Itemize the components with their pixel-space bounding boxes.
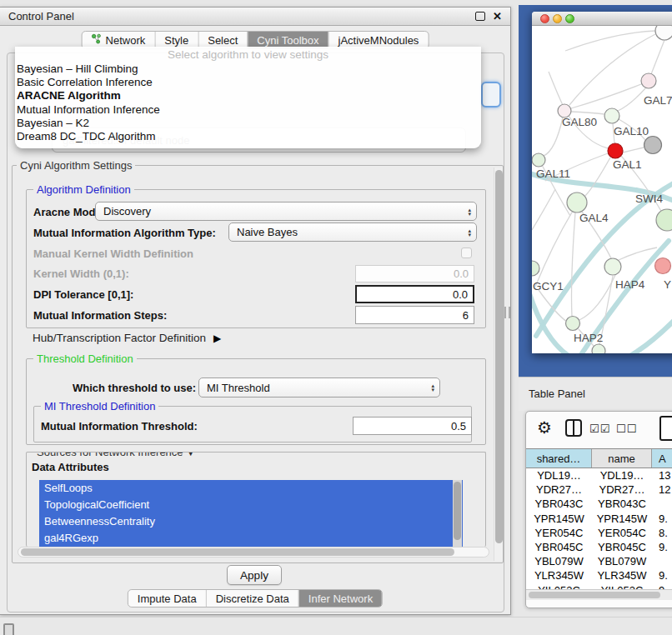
tab-jactivemnodules[interactable]: jActiveMNodules bbox=[328, 32, 429, 48]
list-scrollbar[interactable] bbox=[453, 480, 462, 547]
table-hscrollbar[interactable] bbox=[526, 589, 672, 600]
tab-select[interactable]: Select bbox=[198, 32, 247, 48]
algorithm-option[interactable]: Bayesian – Hill Climbing bbox=[15, 62, 481, 76]
column-header-shared[interactable]: shared… bbox=[526, 449, 592, 468]
split-columns-icon[interactable] bbox=[565, 419, 582, 437]
control-panel-window: Control Panel ✕ Network bbox=[0, 7, 511, 615]
which-threshold-label: Which threshold to use: bbox=[73, 382, 196, 394]
mi-threshold-group: MI Threshold Definition Mutual Informati… bbox=[33, 406, 472, 442]
deselect-all-icon[interactable]: ☐☐ bbox=[616, 422, 637, 435]
algorithm-option[interactable]: Bayesian – K2 bbox=[15, 117, 481, 130]
attribute-item[interactable]: TopologicalCoefficient bbox=[39, 497, 463, 513]
settings-vscrollbar[interactable] bbox=[494, 168, 504, 561]
mi-steps-field[interactable]: 6 bbox=[355, 306, 474, 324]
list-scrollbar-thumb[interactable] bbox=[454, 482, 461, 540]
dock-panel-icon[interactable] bbox=[3, 623, 14, 635]
close-icon[interactable]: ✕ bbox=[493, 11, 502, 22]
mi-type-combo[interactable]: Naive Bayes ▴▾ bbox=[228, 222, 477, 242]
algorithm-option[interactable]: Basic Correlation Inference bbox=[15, 76, 481, 89]
settings-hscrollbar[interactable] bbox=[18, 547, 489, 558]
tab-discretize-data[interactable]: Discretize Data bbox=[206, 590, 298, 607]
settings-vscrollbar-thumb[interactable] bbox=[495, 170, 503, 543]
network-edge[interactable] bbox=[623, 148, 644, 152]
stepper-icon: ▴▾ bbox=[468, 228, 471, 236]
hub-definition-toggle[interactable]: Hub/Transcription Factor Definition ▶ bbox=[33, 332, 221, 344]
network-node[interactable] bbox=[655, 26, 672, 40]
panel-divider-handle[interactable] bbox=[504, 307, 510, 318]
network-edge[interactable] bbox=[532, 189, 555, 230]
mi-threshold-field[interactable]: 0.5 bbox=[353, 417, 472, 435]
table-row[interactable]: YBR043CYBR043C bbox=[526, 497, 672, 511]
network-edge[interactable] bbox=[544, 118, 563, 156]
table-row[interactable]: YBR045CYBR045C9. bbox=[526, 540, 672, 554]
network-edge[interactable] bbox=[571, 84, 641, 108]
tab-infer-network[interactable]: Infer Network bbox=[298, 590, 382, 607]
table-row[interactable]: YER054CYER054C8. bbox=[526, 526, 672, 540]
network-edge[interactable] bbox=[549, 72, 563, 105]
node-label: GAL1 bbox=[613, 158, 642, 171]
column-header-partial[interactable]: A bbox=[652, 449, 672, 468]
network-edge[interactable] bbox=[532, 291, 569, 353]
network-node-gal1[interactable] bbox=[608, 143, 623, 158]
gear-icon[interactable]: ⚙ bbox=[537, 418, 552, 438]
data-attributes-list[interactable]: SelfLoopsTopologicalCoefficientBetweenne… bbox=[39, 480, 463, 547]
focused-helper-button[interactable] bbox=[481, 82, 501, 108]
float-window-icon[interactable] bbox=[475, 12, 485, 21]
close-traffic-light-icon[interactable] bbox=[540, 14, 549, 23]
column-header-name[interactable]: name bbox=[592, 449, 652, 468]
zoom-traffic-light-icon[interactable] bbox=[565, 14, 574, 23]
network-canvas[interactable]: GAL7GAL80GAL10GAL1GAL11SWI4GAL4GCY1HAP4Y… bbox=[532, 26, 672, 353]
table-row[interactable]: YBL079WYBL079W bbox=[526, 554, 672, 568]
network-node[interactable] bbox=[592, 344, 605, 353]
minimize-traffic-light-icon[interactable] bbox=[553, 14, 562, 23]
table-row[interactable]: YIL053CYIL053C9. bbox=[526, 583, 672, 590]
network-node-gal7[interactable] bbox=[641, 73, 656, 88]
attribute-item[interactable]: gal4RGexp bbox=[39, 530, 463, 547]
kernel-width-field[interactable]: 0.0 bbox=[355, 265, 474, 282]
tab-network[interactable]: Network bbox=[83, 32, 155, 48]
network-edge[interactable] bbox=[572, 212, 576, 317]
network-node-gal10[interactable] bbox=[604, 108, 619, 123]
attribute-item[interactable]: SelfLoops bbox=[39, 480, 463, 497]
table-row[interactable]: YDR27…YDR27…12 bbox=[526, 482, 672, 497]
network-node-gal11[interactable] bbox=[532, 153, 545, 167]
manual-kernel-checkbox[interactable] bbox=[461, 248, 472, 258]
table-hscrollbar-thumb[interactable] bbox=[529, 592, 660, 598]
algorithm-definition-title: Algorithm Definition bbox=[33, 183, 134, 196]
table-row[interactable]: YPR145WYPR145W9. bbox=[526, 512, 672, 526]
document-icon[interactable] bbox=[659, 416, 672, 441]
select-all-icon[interactable]: ☑☑ bbox=[589, 422, 610, 435]
which-threshold-combo[interactable]: MI Threshold ▴▾ bbox=[198, 378, 440, 398]
dpi-tolerance-field[interactable]: 0.0 bbox=[355, 285, 474, 303]
table-panel-window: ⚙ ☑☑ ☐☐ shared… name A YDL19…YDL19…13YDR… bbox=[525, 411, 672, 608]
dpi-tolerance-label: DPI Tolerance [0,1]: bbox=[33, 288, 133, 301]
algorithm-option[interactable]: Dream8 DC_TDC Algorithm bbox=[15, 130, 481, 143]
apply-button[interactable]: Apply bbox=[227, 565, 282, 585]
sources-title[interactable]: Sources for Network Inference ▼ bbox=[33, 452, 198, 458]
tab-cyni-toolbox[interactable]: Cyni Toolbox bbox=[247, 32, 328, 48]
network-node-swi4[interactable] bbox=[656, 209, 672, 231]
status-strip bbox=[0, 617, 672, 635]
network-edge[interactable] bbox=[629, 319, 672, 353]
table-row[interactable]: YDL19…YDL19…13 bbox=[526, 468, 672, 482]
network-edge[interactable] bbox=[571, 112, 604, 114]
algorithm-option[interactable]: ARACNE Algorithm bbox=[15, 89, 481, 102]
network-node-y[interactable] bbox=[655, 258, 671, 274]
network-edge[interactable] bbox=[565, 31, 655, 51]
tab-impute-data[interactable]: Impute Data bbox=[128, 590, 206, 607]
aracne-mode-combo[interactable]: Discovery ▴▾ bbox=[95, 202, 477, 221]
network-edge[interactable] bbox=[651, 40, 664, 74]
attribute-item[interactable]: BetweennessCentrality bbox=[39, 513, 463, 530]
network-edge[interactable] bbox=[535, 211, 573, 287]
table-row[interactable]: YLR345WYLR345W9. bbox=[526, 568, 672, 582]
network-node-gcy1[interactable] bbox=[532, 261, 539, 276]
algorithm-option[interactable]: Mutual Information Inference bbox=[15, 103, 481, 117]
network-node-hap4[interactable] bbox=[604, 258, 621, 275]
settings-hscrollbar-thumb[interactable] bbox=[21, 548, 454, 556]
tab-style[interactable]: Style bbox=[154, 32, 198, 48]
network-edge[interactable] bbox=[585, 158, 610, 196]
network-node-hap2[interactable] bbox=[566, 317, 580, 331]
network-node[interactable] bbox=[644, 137, 662, 154]
network-node-gal4[interactable] bbox=[567, 192, 587, 212]
desktop-background: GAL7GAL80GAL10GAL1GAL11SWI4GAL4GCY1HAP4Y… bbox=[519, 5, 672, 377]
